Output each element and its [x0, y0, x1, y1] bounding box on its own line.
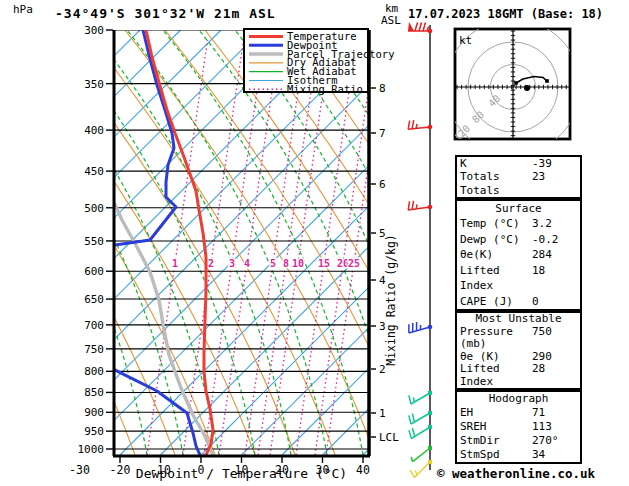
- pressure-tick-label: 450: [84, 165, 104, 178]
- isotherm-line: [0, 30, 59, 455]
- mixing-ratio-value-label: 5: [270, 258, 276, 269]
- wind-barb-half-feather: [414, 470, 418, 474]
- wind-barb-feather: [407, 201, 411, 210]
- pressure-tick-label: 400: [84, 124, 104, 137]
- wind-barb-feather: [414, 322, 419, 331]
- pressure-tick-label: 950: [84, 425, 104, 438]
- row-label: EH: [460, 406, 532, 420]
- hodograph-trace-endpoint: [545, 79, 549, 83]
- pressure-tick-label: 350: [84, 78, 104, 91]
- wind-barb-marker: [428, 391, 432, 395]
- row-value: 0: [532, 294, 539, 309]
- mixing-ratio-value-label: 3: [229, 258, 235, 269]
- mixing-ratio-value-label: 4: [244, 258, 250, 269]
- wind-barb-feather: [410, 323, 415, 332]
- dry-adiabat-line: [0, 30, 95, 455]
- wind-barb-flag: [408, 22, 414, 31]
- row-value: -39: [532, 157, 552, 170]
- wind-barb: [410, 444, 430, 461]
- pressure-tick-label: 600: [84, 265, 104, 278]
- km-tick-label: 6: [379, 178, 386, 191]
- row-label: Lifted Index: [460, 363, 532, 388]
- table-row: StmSpd (kt)34: [457, 448, 580, 464]
- wind-barb-marker: [428, 205, 433, 210]
- row-value: 284: [532, 247, 552, 262]
- wind-barb-marker: [428, 325, 433, 330]
- table-row: K-39: [457, 157, 580, 170]
- table-row: EH71: [457, 406, 580, 420]
- wind-barb-stem: [408, 127, 430, 129]
- dewpoint-curve: [47, 30, 200, 455]
- pressure-tick-label: 800: [84, 365, 104, 378]
- wind-barb-stem: [408, 207, 430, 210]
- wind-barb-feather: [419, 23, 422, 32]
- wind-barb-feather: [411, 201, 415, 210]
- row-label: StmDir: [460, 434, 532, 448]
- table-row: SREH113: [457, 420, 580, 434]
- mixing-ratio-value-label: 1: [172, 258, 178, 269]
- row-value: 3.2: [532, 216, 552, 231]
- wind-barb-marker: [428, 460, 432, 464]
- table-row: Pressure (mb)750: [457, 326, 580, 351]
- row-label: Dewp (°C): [460, 232, 532, 247]
- mixing-ratio-value-label: 15: [318, 258, 330, 269]
- wind-barb-marker: [428, 29, 433, 34]
- row-value: -0.2: [532, 232, 559, 247]
- most-unstable-table: Most UnstablePressure (mb)750θe (K)290Li…: [455, 311, 582, 390]
- wind-barb-feather: [407, 324, 412, 333]
- wind-barb-marker: [428, 411, 432, 415]
- x-axis-label: Dewpoint / Temperature (°C): [115, 466, 368, 481]
- skewt-sounding-page: { "header": { "pressure_unit": "hPa", "t…: [0, 0, 629, 486]
- mixing-ratio-value-label: 25: [348, 258, 360, 269]
- wind-barb: [407, 386, 430, 404]
- table-row: Totals Totals23: [457, 170, 580, 197]
- hodograph-unit-label: kt: [459, 34, 472, 47]
- wind-barb-feather: [423, 23, 426, 32]
- wet-adiabat-line: [0, 30, 75, 455]
- table-row: θe(K)284: [457, 247, 580, 262]
- pressure-tick-label: 700: [84, 319, 104, 332]
- row-label: K: [460, 157, 532, 170]
- wind-barb-stem: [413, 448, 430, 462]
- row-label: SREH: [460, 420, 532, 434]
- wind-barb-marker: [428, 125, 433, 130]
- pressure-tick-label: 900: [84, 406, 104, 419]
- row-value: 23: [532, 170, 545, 197]
- row-value: 71: [532, 406, 545, 420]
- table-row: Temp (°C)3.2: [457, 216, 580, 231]
- row-value: 750: [532, 326, 552, 351]
- wind-barb-marker: [428, 425, 432, 429]
- row-value: 18: [532, 263, 545, 294]
- legend-label: Mixing Ratio: [287, 83, 363, 95]
- wind-barb: [407, 319, 430, 333]
- row-value: 270°: [532, 434, 559, 448]
- pressure-tick-label: 550: [84, 235, 104, 248]
- isotherm-line: [0, 30, 140, 455]
- row-label: StmSpd (kt): [460, 448, 532, 464]
- row-label: Lifted Index: [460, 263, 532, 294]
- indices-table: K-39Totals Totals23PW (cm)0.54: [455, 155, 582, 199]
- table-row: Dewp (°C)-0.2: [457, 232, 580, 247]
- mixing-ratio-axis-label: Mixing Ratio (g/kg): [384, 234, 398, 366]
- row-value: 34: [532, 448, 545, 464]
- row-label: Temp (°C): [460, 216, 532, 231]
- row-value: 28: [532, 363, 545, 388]
- wind-barb: [407, 119, 430, 130]
- km-tick-label: 7: [379, 127, 386, 140]
- isotherm-line: [0, 30, 19, 455]
- pressure-tick-label: 850: [84, 386, 104, 399]
- temp-tick-label: -30: [69, 463, 90, 477]
- row-label: CAPE (J): [460, 294, 532, 309]
- table-section-title: Surface: [457, 201, 580, 216]
- km-tick-label: 1: [379, 407, 386, 420]
- row-label: θe(K): [460, 247, 532, 262]
- table-section-title: Most Unstable: [457, 313, 580, 326]
- wind-barb: [408, 22, 430, 31]
- surface-table: SurfaceTemp (°C)3.2Dewp (°C)-0.2θe(K)284…: [455, 199, 582, 311]
- table-row: Lifted Index18: [457, 263, 580, 294]
- isotherm-line: [0, 30, 221, 455]
- wind-barb-stem: [414, 462, 430, 478]
- wind-barb-feather: [407, 121, 410, 130]
- table-row: CAPE (J)0: [457, 294, 580, 309]
- mixing-ratio-value-label: 8: [283, 258, 289, 269]
